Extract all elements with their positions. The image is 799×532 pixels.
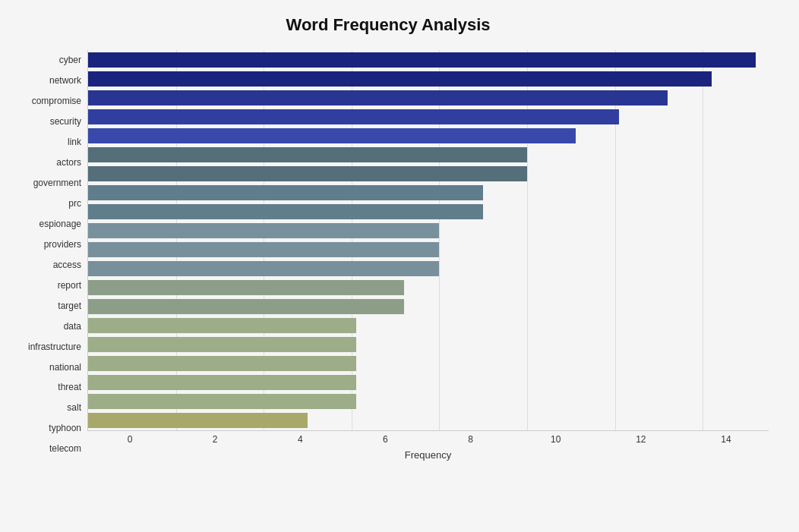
bar-row: [88, 279, 769, 297]
x-tick: 8: [428, 434, 513, 446]
bar-row: [88, 203, 769, 221]
bar-row: [88, 108, 769, 126]
bar-row: [88, 165, 769, 183]
chart-container: Word Frequency Analysis cybernetworkcomp…: [0, 0, 799, 532]
bar: [88, 52, 756, 68]
bar-row: [88, 241, 769, 259]
x-axis-label: Frequency: [87, 449, 769, 461]
bar-row: [88, 335, 769, 354]
bar: [88, 128, 576, 143]
bar-row: [88, 392, 769, 411]
bar: [88, 299, 404, 314]
x-tick: 0: [87, 434, 172, 446]
bar: [88, 394, 356, 409]
bar: [88, 185, 483, 200]
bar-row: [88, 184, 769, 202]
bar: [88, 242, 439, 257]
bar: [88, 413, 308, 428]
y-label: cyber: [59, 55, 81, 65]
y-label: threat: [58, 382, 81, 392]
bar-row: [88, 51, 769, 69]
y-label: infrastructure: [28, 342, 81, 351]
bar: [88, 356, 356, 371]
bar: [88, 337, 356, 352]
y-label: compromise: [32, 96, 81, 105]
bar-row: [88, 411, 769, 430]
bar: [88, 109, 619, 124]
x-tick: 4: [257, 434, 343, 446]
y-label: network: [49, 76, 81, 85]
y-label: data: [64, 322, 81, 331]
bar: [88, 375, 356, 390]
bar-row: [88, 316, 769, 335]
bar-row: [88, 222, 769, 240]
bars-area: [87, 50, 769, 431]
x-tick: 2: [172, 434, 257, 446]
chart-title: Word Frequency Analysis: [8, 15, 769, 35]
bar: [88, 280, 404, 295]
y-label: report: [58, 281, 81, 290]
bar-row: [88, 354, 769, 373]
bar-row: [88, 70, 769, 88]
bar-row: [88, 146, 769, 164]
y-label: typhoon: [49, 423, 81, 433]
y-label: salt: [67, 403, 81, 412]
x-tick: 12: [598, 434, 684, 446]
bar: [88, 71, 712, 87]
bars-and-xaxis: 02468101214 Frequency: [87, 50, 769, 461]
y-axis: cybernetworkcompromisesecuritylinkactors…: [8, 50, 87, 461]
y-label: prc: [68, 199, 81, 208]
y-label: actors: [56, 158, 81, 167]
bar-row: [88, 373, 769, 392]
x-axis: 02468101214: [87, 431, 769, 446]
y-label: access: [53, 260, 81, 269]
y-label: target: [58, 301, 81, 310]
y-label: national: [49, 363, 81, 372]
bar: [88, 318, 356, 333]
y-label: link: [68, 137, 81, 146]
x-tick: 10: [513, 434, 598, 446]
x-tick: 6: [343, 434, 428, 446]
bar: [88, 261, 439, 276]
bar-row: [88, 127, 769, 145]
bar: [88, 90, 668, 105]
bar-row: [88, 89, 769, 107]
chart-area: cybernetworkcompromisesecuritylinkactors…: [8, 50, 769, 461]
bar: [88, 204, 483, 219]
y-label: government: [33, 178, 81, 187]
bar: [88, 147, 527, 162]
y-label: security: [50, 117, 81, 126]
x-tick: 14: [684, 434, 769, 446]
bar-row: [88, 297, 769, 316]
bar: [88, 223, 439, 238]
bar-row: [88, 260, 769, 278]
bar: [88, 166, 527, 181]
y-label: espionage: [39, 219, 81, 228]
y-label: telecom: [49, 444, 81, 453]
y-label: providers: [44, 240, 81, 249]
